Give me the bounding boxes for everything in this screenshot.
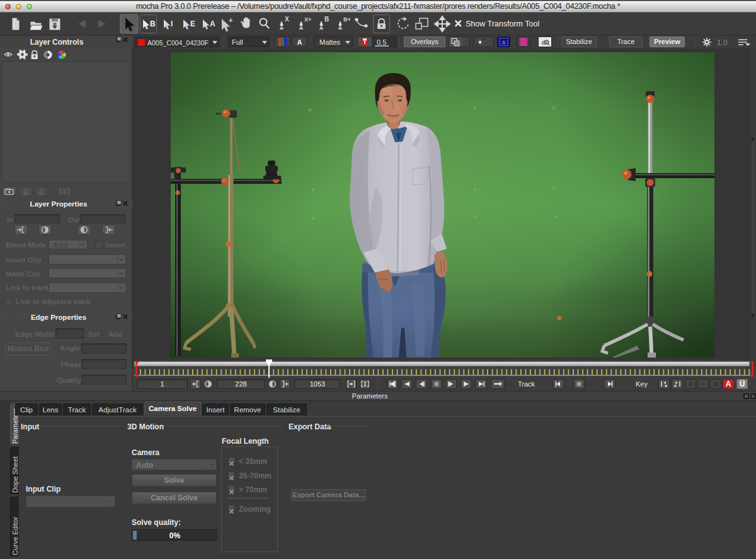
- svg-text:+: +: [229, 16, 232, 24]
- svg-text:X+: X+: [304, 16, 311, 23]
- svg-text:1.0: 1.0: [717, 38, 728, 47]
- svg-text:B: B: [150, 20, 156, 28]
- svg-text:S: S: [502, 40, 505, 45]
- svg-text:B+: B+: [343, 16, 351, 23]
- svg-text:B: B: [324, 16, 329, 23]
- svg-text:A: A: [210, 20, 215, 28]
- svg-text:E: E: [190, 20, 195, 28]
- svg-text:X: X: [285, 16, 289, 23]
- svg-text:Show Transform Tool: Show Transform Tool: [466, 20, 539, 28]
- svg-text:I: I: [171, 20, 173, 28]
